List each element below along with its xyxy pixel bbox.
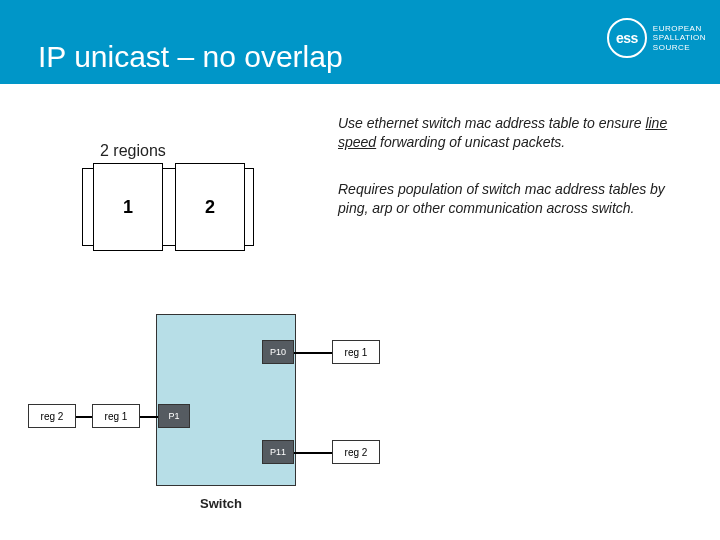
node-left-reg2: reg 2 — [28, 404, 76, 428]
desc1-pre: Use ethernet switch mac address table to… — [338, 115, 645, 131]
logo-text: EUROPEAN SPALLATION SOURCE — [653, 24, 706, 53]
desc1-post: forwarding of unicast packets. — [376, 134, 565, 150]
regions-label: 2 regions — [100, 142, 166, 160]
header-bar: IP unicast – no overlap ess EUROPEAN SPA… — [0, 0, 720, 84]
connector-icon — [140, 416, 158, 418]
region-cell-2: 2 — [175, 163, 245, 251]
port-p01: P1 — [158, 404, 190, 428]
regions-container: 1 2 — [82, 168, 254, 246]
switch-label: Switch — [200, 496, 242, 511]
logo-line3: SOURCE — [653, 43, 706, 53]
logo-line1: EUROPEAN — [653, 24, 706, 34]
port-p11: P11 — [262, 440, 294, 464]
port-p10: P10 — [262, 340, 294, 364]
region-cell-1: 1 — [93, 163, 163, 251]
logo-line2: SPALLATION — [653, 33, 706, 43]
page-title: IP unicast – no overlap — [38, 40, 343, 74]
logo-badge-icon: ess — [607, 18, 647, 58]
description-para-2: Requires population of switch mac addres… — [338, 180, 696, 218]
connector-icon — [76, 416, 92, 418]
node-left-reg1: reg 1 — [92, 404, 140, 428]
brand-logo: ess EUROPEAN SPALLATION SOURCE — [607, 18, 706, 58]
connector-icon — [294, 352, 332, 354]
diagram-canvas: 2 regions 1 2 Use ethernet switch mac ad… — [0, 84, 720, 540]
description-para-1: Use ethernet switch mac address table to… — [338, 114, 696, 152]
connector-icon — [294, 452, 332, 454]
node-right-reg2: reg 2 — [332, 440, 380, 464]
node-right-reg1: reg 1 — [332, 340, 380, 364]
